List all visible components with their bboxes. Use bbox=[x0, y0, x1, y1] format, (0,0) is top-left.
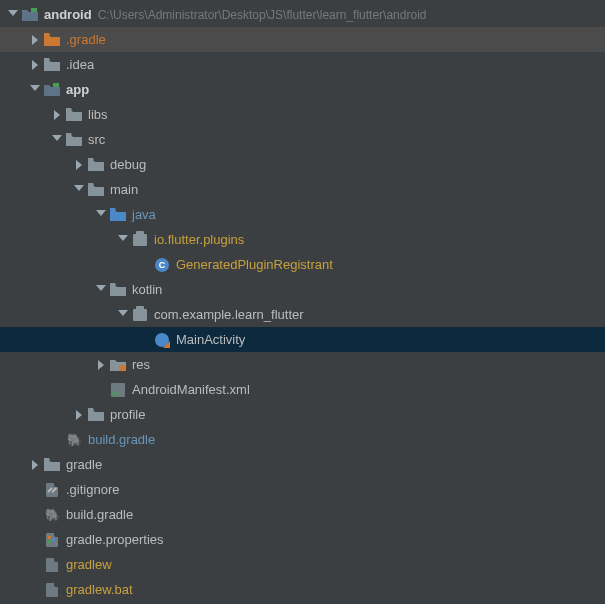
tree-row[interactable]: java bbox=[0, 202, 605, 227]
chevron-right-icon[interactable] bbox=[30, 60, 40, 70]
folder-icon bbox=[44, 57, 60, 73]
gradle-icon bbox=[66, 432, 82, 448]
tree-item-label: gradlew.bat bbox=[66, 582, 133, 597]
tree-item-label: app bbox=[66, 82, 89, 97]
tree-item-label: .gitignore bbox=[66, 482, 119, 497]
tree-row[interactable]: libs bbox=[0, 102, 605, 127]
tree-row[interactable]: build.gradle bbox=[0, 427, 605, 452]
package-icon bbox=[132, 232, 148, 248]
folder-icon bbox=[44, 457, 60, 473]
folder-icon bbox=[44, 32, 60, 48]
gitignore-icon bbox=[44, 482, 60, 498]
tree-row[interactable]: gradlew.bat bbox=[0, 577, 605, 602]
project-tree[interactable]: androidC:\Users\Administrator\Desktop\JS… bbox=[0, 0, 605, 602]
svg-rect-2 bbox=[119, 365, 125, 371]
tree-row[interactable]: .gradle bbox=[0, 27, 605, 52]
chevron-down-icon[interactable] bbox=[118, 310, 128, 320]
svg-rect-0 bbox=[31, 8, 37, 12]
package-icon bbox=[132, 307, 148, 323]
tree-item-label: build.gradle bbox=[66, 507, 133, 522]
tree-item-label: main bbox=[110, 182, 138, 197]
tree-item-label: profile bbox=[110, 407, 145, 422]
tree-row[interactable]: gradle.properties bbox=[0, 527, 605, 552]
tree-row[interactable]: debug bbox=[0, 152, 605, 177]
svg-rect-1 bbox=[53, 83, 59, 87]
file-icon bbox=[44, 557, 60, 573]
manifest-icon bbox=[110, 382, 126, 398]
folder-icon bbox=[88, 157, 104, 173]
properties-icon bbox=[44, 532, 60, 548]
module-icon bbox=[22, 7, 38, 23]
tree-row[interactable]: MainActivity bbox=[0, 327, 605, 352]
tree-row[interactable]: kotlin bbox=[0, 277, 605, 302]
tree-item-label: MainActivity bbox=[176, 332, 245, 347]
tree-row[interactable]: com.example.learn_flutter bbox=[0, 302, 605, 327]
tree-item-label: io.flutter.plugins bbox=[154, 232, 244, 247]
tree-row[interactable]: gradle bbox=[0, 452, 605, 477]
folder-icon bbox=[110, 282, 126, 298]
chevron-right-icon[interactable] bbox=[96, 360, 106, 370]
tree-item-label: java bbox=[132, 207, 156, 222]
tree-item-label: kotlin bbox=[132, 282, 162, 297]
tree-row[interactable]: .idea bbox=[0, 52, 605, 77]
tree-item-label: build.gradle bbox=[88, 432, 155, 447]
tree-item-label: .gradle bbox=[66, 32, 106, 47]
chevron-down-icon[interactable] bbox=[96, 210, 106, 220]
tree-row[interactable]: app bbox=[0, 77, 605, 102]
chevron-right-icon[interactable] bbox=[30, 460, 40, 470]
tree-item-label: src bbox=[88, 132, 105, 147]
chevron-down-icon[interactable] bbox=[74, 185, 84, 195]
tree-item-label: android bbox=[44, 7, 92, 22]
folder-icon bbox=[88, 407, 104, 423]
resource-folder-icon bbox=[110, 357, 126, 373]
file-icon bbox=[44, 582, 60, 598]
chevron-down-icon[interactable] bbox=[52, 135, 62, 145]
module-icon bbox=[44, 82, 60, 98]
tree-row[interactable]: androidC:\Users\Administrator\Desktop\JS… bbox=[0, 2, 605, 27]
tree-item-label: AndroidManifest.xml bbox=[132, 382, 250, 397]
folder-icon bbox=[88, 182, 104, 198]
tree-row[interactable]: gradlew bbox=[0, 552, 605, 577]
tree-item-label: gradlew bbox=[66, 557, 112, 572]
source-folder-icon bbox=[110, 207, 126, 223]
chevron-down-icon[interactable] bbox=[96, 285, 106, 295]
tree-row[interactable]: build.gradle bbox=[0, 502, 605, 527]
chevron-down-icon[interactable] bbox=[30, 85, 40, 95]
gradle-icon bbox=[44, 507, 60, 523]
chevron-down-icon[interactable] bbox=[118, 235, 128, 245]
tree-item-label: debug bbox=[110, 157, 146, 172]
tree-item-label: gradle.properties bbox=[66, 532, 164, 547]
kotlin-class-icon bbox=[154, 332, 170, 348]
chevron-right-icon[interactable] bbox=[74, 410, 84, 420]
chevron-right-icon[interactable] bbox=[52, 110, 62, 120]
tree-item-label: gradle bbox=[66, 457, 102, 472]
tree-item-label: libs bbox=[88, 107, 108, 122]
tree-row[interactable]: .gitignore bbox=[0, 477, 605, 502]
tree-item-label: GeneratedPluginRegistrant bbox=[176, 257, 333, 272]
tree-row[interactable]: io.flutter.plugins bbox=[0, 227, 605, 252]
tree-row[interactable]: AndroidManifest.xml bbox=[0, 377, 605, 402]
tree-item-label: com.example.learn_flutter bbox=[154, 307, 304, 322]
tree-item-label: .idea bbox=[66, 57, 94, 72]
tree-row[interactable]: profile bbox=[0, 402, 605, 427]
tree-item-label: res bbox=[132, 357, 150, 372]
tree-row[interactable]: main bbox=[0, 177, 605, 202]
folder-icon bbox=[66, 107, 82, 123]
tree-item-path: C:\Users\Administrator\Desktop\JS\flutte… bbox=[98, 8, 427, 22]
chevron-right-icon[interactable] bbox=[74, 160, 84, 170]
chevron-right-icon[interactable] bbox=[30, 35, 40, 45]
folder-icon bbox=[66, 132, 82, 148]
class-icon: C bbox=[154, 257, 170, 273]
chevron-down-icon[interactable] bbox=[8, 10, 18, 20]
tree-row[interactable]: res bbox=[0, 352, 605, 377]
tree-row[interactable]: src bbox=[0, 127, 605, 152]
tree-row[interactable]: CGeneratedPluginRegistrant bbox=[0, 252, 605, 277]
